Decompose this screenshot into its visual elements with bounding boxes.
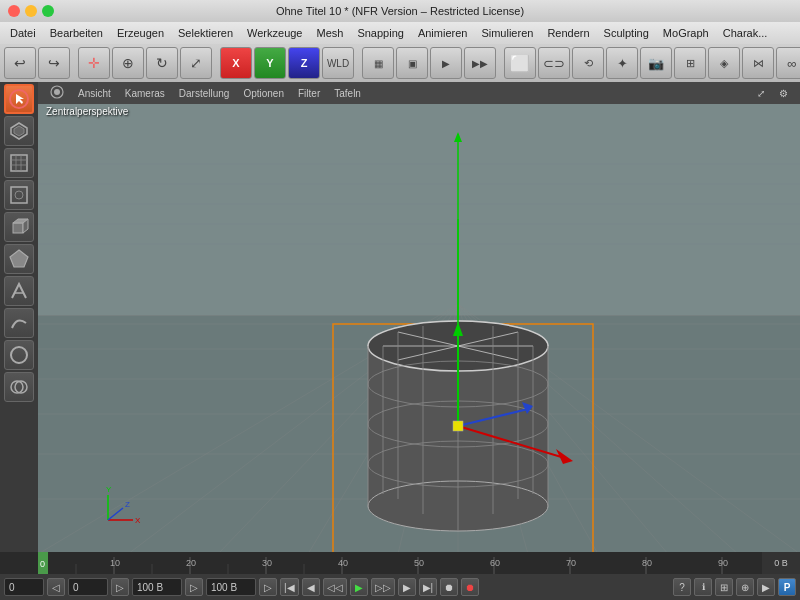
svg-rect-3 [11,155,27,171]
spline-tool-button[interactable] [4,308,34,338]
svg-line-83 [108,508,123,520]
circle-primitive-button[interactable] [4,340,34,370]
diamond-primitive-button[interactable] [4,244,34,274]
menu-animieren[interactable]: Animieren [412,25,474,41]
next-frame-button[interactable]: ▶ [398,578,416,596]
rotate-tool-button[interactable]: ↻ [146,47,178,79]
menu-rendern[interactable]: Rendern [541,25,595,41]
workspace: Ansicht Kameras Darstellung Optionen Fil… [0,82,800,552]
texture-mode-button[interactable] [4,148,34,178]
array-button[interactable]: ⊞ [674,47,706,79]
svg-point-9 [15,191,23,199]
light-button[interactable]: ✦ [606,47,638,79]
vp-camera-icon [44,84,70,102]
move-tool-button[interactable]: ⊕ [112,47,144,79]
parking-button[interactable]: P [778,578,796,596]
object-mode-button[interactable] [4,116,34,146]
frame-end-field[interactable]: 100 B [132,578,182,596]
viewport[interactable]: Ansicht Kameras Darstellung Optionen Fil… [38,82,800,552]
y-axis-button[interactable]: Y [254,47,286,79]
cursor-tool-button[interactable] [4,84,34,114]
minimize-button[interactable] [25,5,37,17]
vp-filter[interactable]: Filter [292,87,326,100]
snap-button[interactable]: ⊕ [736,578,754,596]
play-forward-button[interactable]: ▷▷ [371,578,395,596]
scale-tool-button[interactable]: ⤢ [180,47,212,79]
svg-marker-13 [10,250,28,267]
menu-charak[interactable]: Charak... [717,25,774,41]
svg-text:0: 0 [40,559,45,569]
svg-rect-85 [38,552,762,574]
vp-optionen[interactable]: Optionen [237,87,290,100]
go-end-button[interactable]: ▶| [419,578,438,596]
max-frame-field[interactable]: 100 B [206,578,256,596]
field-arrow-right-2[interactable]: ▷ [185,578,203,596]
vp-kameras[interactable]: Kameras [119,87,171,100]
go-start-button[interactable]: |◀ [280,578,299,596]
viewport-grid [38,104,800,552]
svg-text:40: 40 [338,558,348,568]
play-button[interactable]: ▶ [350,578,368,596]
render-preview-button[interactable]: ▶ [757,578,775,596]
joint-button[interactable]: ⋈ [742,47,774,79]
svg-text:30: 30 [262,558,272,568]
menu-bar: Datei Bearbeiten Erzeugen Selektieren We… [0,22,800,44]
render-anim-button[interactable]: ▶▶ [464,47,496,79]
svg-rect-75 [453,421,463,431]
z-axis-button[interactable]: Z [288,47,320,79]
svg-text:80: 80 [642,558,652,568]
auto-key-button[interactable]: ⏺ [461,578,479,596]
undo-button[interactable]: ↩ [4,47,36,79]
record-button[interactable]: ⏺ [440,578,458,596]
frame-display: 0 B [762,552,800,574]
start-frame-field[interactable]: 0 [4,578,44,596]
menu-snapping[interactable]: Snapping [351,25,410,41]
vp-settings-button[interactable]: ⚙ [773,87,794,100]
info-button[interactable]: ℹ [694,578,712,596]
menu-sculpting[interactable]: Sculpting [598,25,655,41]
vp-darstellung[interactable]: Darstellung [173,87,236,100]
menu-selektieren[interactable]: Selektieren [172,25,239,41]
svg-point-78 [54,89,60,95]
field-arrow-right-3[interactable]: ▷ [259,578,277,596]
nurbs-button[interactable]: ⊂⊃ [538,47,570,79]
svg-rect-8 [11,187,27,203]
grid-snap-button[interactable]: ⊞ [715,578,733,596]
menu-datei[interactable]: Datei [4,25,42,41]
morph-button[interactable]: ◈ [708,47,740,79]
menu-mesh[interactable]: Mesh [310,25,349,41]
render-view-button[interactable]: ▣ [396,47,428,79]
vp-ansicht[interactable]: Ansicht [72,87,117,100]
cube-button[interactable]: ⬜ [504,47,536,79]
extra-button[interactable]: ∞ [776,47,800,79]
edge-tool-button[interactable] [4,276,34,306]
boole-tool-button[interactable] [4,372,34,402]
redo-button[interactable]: ↪ [38,47,70,79]
prev-frame-button[interactable]: ◀ [302,578,320,596]
timeline-ruler[interactable]: 0 10 20 30 40 50 60 70 80 90 100 [38,552,762,574]
x-axis-button[interactable]: X [220,47,252,79]
render-region-button[interactable]: ▦ [362,47,394,79]
menu-bearbeiten[interactable]: Bearbeiten [44,25,109,41]
render-button[interactable]: ▶ [430,47,462,79]
field-arrow-right-1[interactable]: ▷ [111,578,129,596]
menu-mograph[interactable]: MoGraph [657,25,715,41]
maximize-button[interactable] [42,5,54,17]
menu-simulieren[interactable]: Simulieren [475,25,539,41]
vp-expand-button[interactable]: ⤢ [751,87,771,100]
play-back-button[interactable]: ◁◁ [323,578,347,596]
camera-button[interactable]: 📷 [640,47,672,79]
close-button[interactable] [8,5,20,17]
deformer-button[interactable]: ⟲ [572,47,604,79]
vp-tafeln[interactable]: Tafeln [328,87,367,100]
world-axis-button[interactable]: WLD [322,47,354,79]
cube-primitive-button[interactable] [4,212,34,242]
field-arrow-left-1[interactable]: ◁ [47,578,65,596]
select-tool-button[interactable]: ✛ [78,47,110,79]
current-frame-field[interactable]: 0 [68,578,108,596]
help-button[interactable]: ? [673,578,691,596]
menu-erzeugen[interactable]: Erzeugen [111,25,170,41]
uv-mode-button[interactable] [4,180,34,210]
menu-werkzeuge[interactable]: Werkzeuge [241,25,308,41]
left-sidebar [0,82,38,552]
